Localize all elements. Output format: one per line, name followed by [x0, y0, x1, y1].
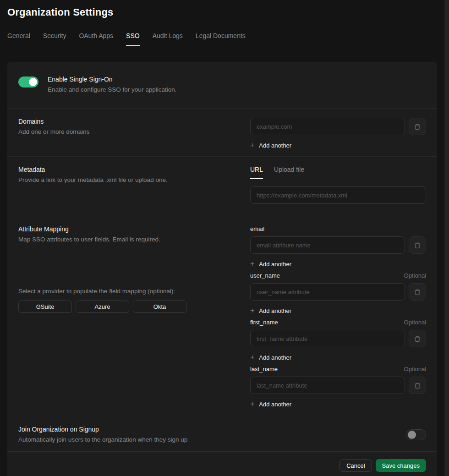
metadata-description: Provide a link to your metadata .xml fil…	[18, 176, 247, 183]
add-another-link[interactable]: + Add another	[250, 260, 291, 268]
attribute-input-user-name[interactable]	[250, 283, 405, 301]
join-org-section: Join Organization on Signup Automaticall…	[7, 417, 437, 451]
attribute-mapping-description: Map SSO attributes to user fields. Email…	[18, 236, 247, 243]
attribute-field-group-first-name: first_name Optional + Add another	[250, 319, 426, 361]
cancel-button[interactable]: Cancel	[339, 459, 372, 472]
attribute-field-group-last-name: last_name Optional + Add another	[250, 366, 426, 408]
attribute-input-first-name[interactable]	[250, 330, 405, 347]
metadata-url-input[interactable]	[250, 186, 426, 204]
provider-prompt: Select a provider to populate the field …	[18, 288, 247, 295]
domains-label: Domains	[18, 118, 247, 125]
add-another-link[interactable]: + Add another	[250, 307, 291, 314]
plus-icon: +	[250, 260, 254, 268]
optional-badge: Optional	[404, 272, 426, 279]
plus-icon: +	[250, 142, 254, 149]
join-org-toggle[interactable]	[406, 429, 426, 440]
add-another-link[interactable]: + Add another	[250, 354, 291, 361]
attribute-field-group-email: email + Add another	[250, 225, 426, 268]
plus-icon: +	[250, 400, 254, 408]
domains-section: Domains Add one or more domains + Add an…	[7, 108, 437, 156]
optional-badge: Optional	[404, 366, 426, 372]
tab-sso[interactable]: SSO	[126, 32, 140, 46]
enable-sso-section: Enable Single Sign-On Enable and configu…	[7, 62, 437, 108]
tab-legal-documents[interactable]: Legal Documents	[196, 32, 246, 46]
domains-description: Add one or more domains	[18, 128, 247, 135]
trash-icon	[414, 289, 421, 295]
attribute-field-label: user_name	[250, 272, 280, 279]
provider-button-gsuite[interactable]: GSuite	[18, 301, 72, 313]
enable-sso-toggle[interactable]	[18, 77, 38, 88]
tab-oauth-apps[interactable]: OAuth Apps	[79, 32, 113, 46]
enable-sso-description: Enable and configure SSO for your applic…	[48, 86, 176, 93]
join-org-title: Join Organization on Signup	[18, 426, 187, 433]
metadata-tab-bar: URLUpload file	[250, 166, 426, 179]
delete-attribute-button[interactable]	[409, 236, 426, 254]
attribute-mapping-label: Attribute Mapping	[18, 225, 247, 233]
save-changes-button[interactable]: Save changes	[376, 459, 426, 472]
tab-bar: GeneralSecurityOAuth AppsSSOAudit LogsLe…	[0, 32, 444, 46]
toggle-knob	[408, 431, 416, 439]
attribute-input-email[interactable]	[250, 236, 405, 254]
card-footer: Cancel Save changes	[7, 451, 437, 476]
scrollbar-track[interactable]	[444, 0, 449, 476]
delete-attribute-button[interactable]	[409, 377, 426, 394]
add-domain-link[interactable]: + Add another	[250, 142, 291, 149]
add-another-link[interactable]: + Add another	[250, 400, 291, 408]
delete-attribute-button[interactable]	[409, 283, 426, 301]
join-org-description: Automatically join users to the organiza…	[18, 436, 187, 443]
trash-icon	[414, 123, 421, 130]
delete-domain-button[interactable]	[409, 118, 426, 135]
trash-icon	[414, 242, 421, 249]
attribute-field-group-user-name: user_name Optional + Add another	[250, 272, 426, 314]
provider-buttons: GSuiteAzureOkta	[18, 301, 247, 313]
plus-icon: +	[250, 307, 254, 314]
enable-sso-title: Enable Single Sign-On	[48, 76, 176, 83]
delete-attribute-button[interactable]	[409, 330, 426, 347]
attribute-field-label: first_name	[250, 319, 278, 326]
trash-icon	[414, 382, 421, 389]
trash-icon	[414, 335, 421, 342]
tab-audit-logs[interactable]: Audit Logs	[153, 32, 183, 46]
provider-button-azure[interactable]: Azure	[76, 301, 129, 313]
attribute-mapping-section: Attribute Mapping Map SSO attributes to …	[7, 216, 437, 417]
metadata-tab-url[interactable]: URL	[250, 166, 263, 179]
page-header: Organization Settings	[0, 0, 444, 18]
plus-icon: +	[250, 354, 254, 361]
tab-security[interactable]: Security	[43, 32, 66, 46]
sso-settings-card: Enable Single Sign-On Enable and configu…	[7, 62, 437, 476]
attribute-fields: email + Add another user_name Optional	[250, 225, 426, 412]
metadata-tab-upload-file[interactable]: Upload file	[274, 166, 304, 179]
domain-input[interactable]	[250, 118, 405, 135]
attribute-input-last-name[interactable]	[250, 377, 405, 394]
metadata-section: Metadata Provide a link to your metadata…	[7, 156, 437, 216]
metadata-label: Metadata	[18, 166, 247, 173]
page-title: Organization Settings	[7, 6, 437, 18]
provider-button-okta[interactable]: Okta	[133, 301, 186, 313]
toggle-knob	[29, 78, 37, 86]
attribute-field-label: email	[250, 225, 264, 232]
tab-general[interactable]: General	[7, 32, 30, 46]
optional-badge: Optional	[404, 319, 426, 326]
attribute-field-label: last_name	[250, 366, 278, 372]
